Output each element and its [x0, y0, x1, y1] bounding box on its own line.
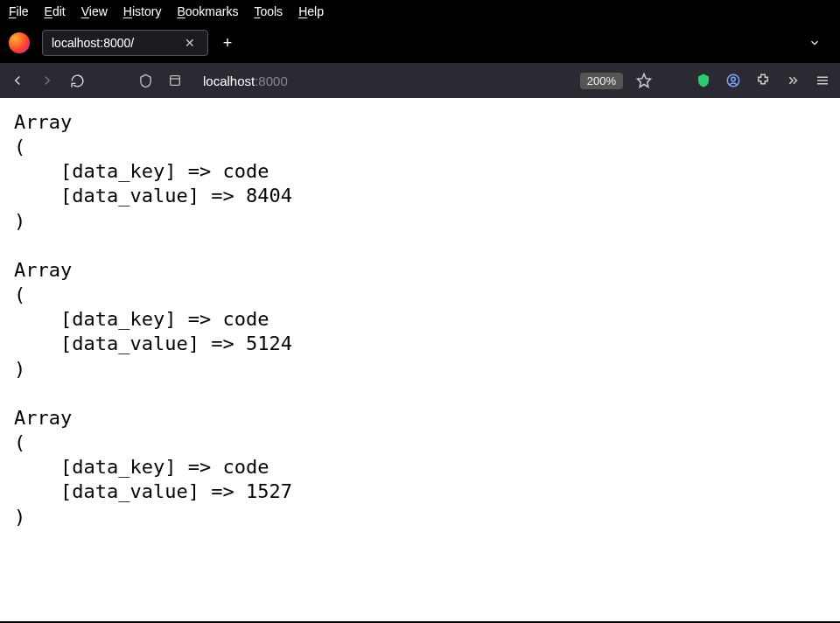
new-tab-button[interactable]: + [215, 31, 240, 55]
menu-tools[interactable]: Tools [254, 4, 283, 18]
menu-bar: File Edit View History Bookmarks Tools H… [0, 0, 840, 23]
tab-bar: localhost:8000/ ✕ + [0, 23, 840, 63]
svg-point-4 [732, 77, 736, 81]
menu-bookmarks[interactable]: Bookmarks [177, 4, 238, 18]
hamburger-menu-icon[interactable] [814, 72, 831, 89]
tab-title: localhost:8000/ [52, 36, 134, 50]
svg-rect-0 [171, 76, 180, 86]
protection-shield-icon[interactable] [695, 72, 712, 89]
forward-button[interactable] [38, 72, 56, 89]
page-content: Array ( [data_key] => code [data_value] … [0, 98, 840, 621]
site-info-icon[interactable] [166, 72, 184, 89]
menu-view[interactable]: View [81, 4, 108, 18]
close-tab-icon[interactable]: ✕ [181, 36, 199, 50]
account-icon[interactable] [724, 72, 742, 89]
tabs-dropdown-icon[interactable] [798, 37, 831, 49]
extensions-icon[interactable] [754, 72, 772, 89]
url-bar[interactable]: localhost:8000 [196, 74, 568, 88]
menu-history[interactable]: History [123, 4, 162, 18]
toolbar: localhost:8000 200% [0, 63, 840, 98]
menu-edit[interactable]: Edit [45, 4, 66, 18]
firefox-icon [9, 32, 30, 53]
bookmark-star-icon[interactable] [635, 72, 653, 89]
zoom-indicator[interactable]: 200% [580, 73, 623, 89]
reload-button[interactable] [68, 72, 86, 89]
php-output: Array ( [data_key] => code [data_value] … [14, 110, 826, 529]
svg-marker-2 [638, 74, 651, 88]
back-button[interactable] [9, 72, 26, 89]
overflow-icon[interactable] [784, 72, 802, 89]
menu-file[interactable]: File [9, 4, 29, 18]
shield-icon[interactable] [136, 72, 154, 89]
menu-help[interactable]: Help [298, 4, 324, 18]
url-text: localhost:8000 [203, 74, 288, 88]
browser-tab[interactable]: localhost:8000/ ✕ [42, 30, 208, 56]
